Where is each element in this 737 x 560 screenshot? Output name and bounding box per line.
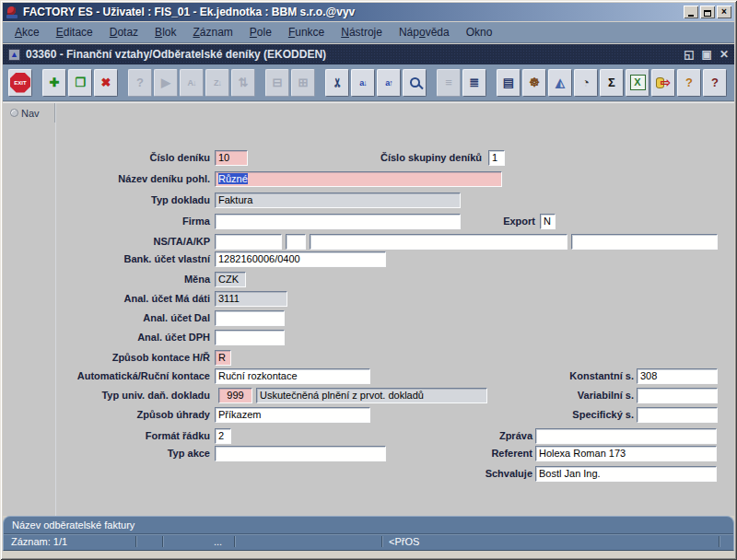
maximize-button[interactable] — [700, 6, 715, 18]
menu-funkce[interactable]: Funkce — [280, 23, 333, 41]
close-button[interactable]: × — [717, 6, 731, 18]
status-separator — [162, 536, 163, 547]
field-a[interactable] — [310, 234, 567, 250]
tab-nav[interactable]: Nav — [7, 103, 55, 122]
field-referent[interactable]: Holexa Roman 173 — [535, 446, 717, 461]
status-dots: ... — [214, 534, 222, 549]
field-specificky-s[interactable] — [637, 407, 718, 423]
nav-tab-label: Nav — [21, 108, 40, 119]
list-records-icon: ≣ — [470, 76, 480, 89]
field-anal-ucet-dal[interactable] — [215, 310, 285, 326]
selected-text: Různé — [218, 173, 248, 184]
menu-nastroje[interactable]: Nástroje — [333, 23, 391, 41]
field-export[interactable]: N — [540, 214, 556, 229]
label-variabilni-s: Variabilní s. — [500, 390, 634, 401]
application-window: FACTORY ES - Uživatel : FIS_01 - Ek.jedn… — [0, 0, 737, 560]
field-cislo-skupiny-deniku[interactable]: 1 — [488, 150, 505, 166]
field-mena[interactable]: CZK — [215, 272, 246, 287]
status-row: Záznam: 1/1 ... <PřOS — [4, 534, 733, 550]
field-nazev-deniku[interactable]: Různé — [215, 171, 502, 187]
menu-akce[interactable]: Akce — [6, 23, 48, 41]
prism-icon: ◭ — [556, 76, 565, 89]
exit-button[interactable]: EXIT — [8, 69, 32, 97]
field-zpusob-kontace[interactable]: R — [215, 350, 231, 366]
field-firma[interactable] — [215, 214, 461, 229]
status-separator — [719, 536, 719, 547]
sum-button[interactable]: Σ — [600, 69, 624, 97]
field-konstantni-s[interactable]: 308 — [637, 368, 718, 384]
minimize-icon — [688, 15, 694, 17]
record-counter: Záznam: 1/1 — [11, 534, 67, 549]
form-restore-button[interactable]: ▣ — [702, 49, 712, 60]
cut-button[interactable]: ✂ — [325, 69, 349, 97]
label-ns-ta-a-kp: NS/TA/A/KP — [17, 236, 210, 247]
menu-napoveda[interactable]: Nápověda — [391, 23, 458, 41]
field-anal-ucet-dph[interactable] — [215, 330, 285, 345]
clipboard-document-button[interactable]: ▤ — [497, 69, 521, 97]
field-format-radku[interactable]: 2 — [215, 428, 231, 444]
help-button[interactable]: ? — [703, 69, 727, 97]
user-help-button[interactable]: ? — [677, 69, 701, 97]
ship-wheel-icon: ☸ — [529, 76, 540, 89]
field-typ-univ-dan-dokladu-popis[interactable]: Uskutečněná plnění z prvot. dokladů — [256, 388, 487, 403]
sort-ascending-button: A↓ — [180, 69, 204, 97]
insert-record-button[interactable]: ✚ — [42, 69, 66, 97]
duplicate-record-button[interactable]: ❐ — [68, 69, 92, 97]
label-konstantni-s: Konstantní s. — [500, 370, 634, 381]
clock-button[interactable]: ◔ — [574, 69, 598, 97]
field-ns[interactable] — [215, 234, 282, 250]
field-typ-univ-dan-dokladu[interactable]: 999 — [218, 388, 252, 403]
field-zpusob-uhrady[interactable]: Příkazem — [215, 407, 370, 423]
minimize-button[interactable] — [684, 6, 698, 18]
menu-okno[interactable]: Okno — [458, 23, 501, 41]
field-typ-akce[interactable] — [215, 446, 386, 461]
status-separator — [234, 536, 235, 547]
status-hint: Název odběratelské faktury — [4, 517, 733, 534]
search-icon — [410, 77, 420, 88]
field-automaticka-rucni-kontace[interactable]: Ruční rozkontace — [215, 368, 370, 384]
label-zpusob-uhrady: Způsob úhrady — [17, 409, 210, 420]
form-minimize-button[interactable]: ◱ — [684, 49, 694, 60]
form-close-button[interactable]: ✕ — [719, 49, 729, 60]
find-button[interactable] — [403, 69, 427, 97]
label-cislo-skupiny-deniku: Číslo skupiny deníků — [307, 152, 482, 163]
export-arrow-icon: ⇨ — [661, 76, 671, 89]
field-zprava[interactable] — [535, 428, 717, 444]
menu-zaznam[interactable]: Záznam — [184, 23, 240, 41]
menu-editace[interactable]: Editace — [48, 23, 101, 41]
prism-button[interactable]: ◭ — [548, 69, 572, 97]
menu-dotaz[interactable]: Dotaz — [101, 23, 146, 41]
sort-multi-button: ⇅ — [231, 69, 255, 97]
ship-wheel-button[interactable]: ☸ — [522, 69, 546, 97]
insert-record-icon: ✚ — [50, 76, 60, 89]
field-ta[interactable] — [286, 234, 306, 250]
enter-query-icon: ? — [136, 76, 144, 89]
field-typ-dokladu[interactable]: Faktura — [215, 192, 461, 208]
menu-pole[interactable]: Pole — [241, 23, 280, 41]
data-export-button[interactable]: ⇨ — [651, 69, 675, 97]
field-anal-ucet-ma-dati[interactable]: 3111 — [215, 291, 287, 307]
menu-blok[interactable]: Blok — [146, 23, 184, 41]
status-bar: Název odběratelské faktury Záznam: 1/1 .… — [3, 516, 734, 551]
clipboard-document-icon: ▤ — [503, 76, 514, 89]
paste-button[interactable]: a↑ — [377, 69, 401, 97]
field-bank-ucet[interactable]: 1282160006/0400 — [215, 251, 386, 267]
delete-record-button[interactable]: ✖ — [94, 69, 118, 97]
paste-icon: a↑ — [385, 78, 392, 88]
excel-export-button[interactable]: X — [626, 69, 649, 97]
list-records-button[interactable]: ≣ — [462, 69, 486, 97]
field-kp[interactable] — [571, 234, 718, 250]
status-separator — [381, 536, 382, 547]
form-window-icon: ▲ — [8, 49, 20, 61]
field-schvaluje[interactable]: Bostl Jan Ing. — [535, 466, 717, 482]
copy-button[interactable]: a↓ — [351, 69, 375, 97]
label-bank-ucet: Bank. účet vlastní — [17, 253, 210, 264]
label-referent: Referent — [399, 448, 532, 459]
print-icon: ⊟ — [273, 76, 283, 89]
field-cislo-deniku[interactable]: 10 — [215, 150, 248, 166]
label-typ-univ-dan-dokladu: Typ univ. daň. dokladu — [17, 390, 210, 401]
field-variabilni-s[interactable] — [637, 388, 718, 403]
print-button: ⊟ — [265, 69, 289, 97]
app-icon — [6, 6, 18, 18]
nav-radio-icon — [10, 109, 18, 117]
